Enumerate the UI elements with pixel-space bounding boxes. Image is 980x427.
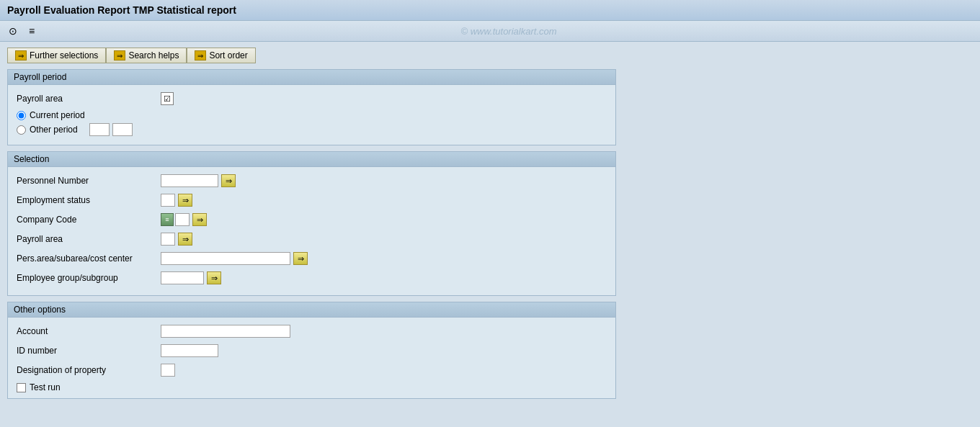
employee-group-input[interactable] bbox=[161, 271, 204, 284]
payroll-area-sel-label: Payroll area bbox=[17, 234, 161, 244]
tab-sort-order[interactable]: ⇒ Sort order bbox=[187, 48, 255, 63]
employee-group-arrow[interactable] bbox=[207, 271, 221, 284]
personnel-number-arrow[interactable] bbox=[221, 174, 236, 187]
other-period-label: Other period bbox=[30, 125, 78, 135]
company-code-input[interactable] bbox=[175, 213, 190, 226]
pers-area-input[interactable] bbox=[161, 252, 290, 265]
payroll-area-label: Payroll area bbox=[17, 94, 161, 104]
employment-status-row: Employment status bbox=[17, 192, 607, 208]
title-bar: Payroll Evaluation Report TMP Statistica… bbox=[0, 0, 980, 21]
tab-bar: ⇒ Further selections ⇒ Search helps ⇒ So… bbox=[7, 48, 973, 63]
company-code-row: Company Code ≡ bbox=[17, 212, 607, 228]
pers-area-row: Pers.area/subarea/cost center bbox=[17, 251, 607, 266]
payroll-area-sel-arrow[interactable] bbox=[178, 233, 192, 246]
payroll-area-row: Payroll area ☑ bbox=[17, 91, 607, 107]
payroll-period-section: Payroll period Payroll area ☑ Current pe… bbox=[7, 69, 616, 145]
company-code-label: Company Code bbox=[17, 215, 161, 225]
payroll-period-title: Payroll period bbox=[8, 70, 615, 85]
account-row: Account bbox=[17, 323, 607, 339]
other-options-section: Other options Account ID number Designat… bbox=[7, 302, 616, 399]
other-options-title: Other options bbox=[8, 302, 615, 318]
account-input[interactable] bbox=[161, 325, 290, 338]
other-period-radio[interactable] bbox=[17, 125, 26, 135]
designation-input[interactable] bbox=[161, 364, 175, 377]
personnel-number-row: Personnel Number bbox=[17, 173, 607, 189]
tab-arrow-icon: ⇒ bbox=[114, 50, 125, 60]
selection-section: Selection Personnel Number Employment st… bbox=[7, 151, 616, 296]
current-period-radio[interactable] bbox=[17, 111, 26, 120]
menu-icon[interactable]: ≡ bbox=[24, 24, 39, 38]
employee-group-label: Employee group/subgroup bbox=[17, 273, 161, 283]
personnel-number-input[interactable] bbox=[161, 174, 218, 187]
designation-row: Designation of property bbox=[17, 362, 607, 378]
tab-search-helps[interactable]: ⇒ Search helps bbox=[106, 48, 187, 63]
company-code-icon[interactable]: ≡ bbox=[161, 213, 174, 226]
id-number-input[interactable] bbox=[161, 344, 218, 357]
period-input-1[interactable] bbox=[89, 123, 110, 136]
back-icon[interactable]: ⊙ bbox=[6, 24, 20, 38]
selection-body: Personnel Number Employment status Compa… bbox=[8, 167, 615, 295]
id-number-label: ID number bbox=[17, 346, 161, 356]
payroll-area-sel-input[interactable] bbox=[161, 233, 175, 246]
employment-status-input[interactable] bbox=[161, 194, 175, 207]
id-number-row: ID number bbox=[17, 343, 607, 359]
account-label: Account bbox=[17, 326, 161, 336]
employment-status-arrow[interactable] bbox=[178, 194, 192, 207]
test-run-label: Test run bbox=[30, 382, 61, 392]
payroll-period-body: Payroll area ☑ Current period Other peri… bbox=[8, 85, 615, 145]
test-run-checkbox[interactable] bbox=[17, 383, 26, 392]
selection-title: Selection bbox=[8, 152, 615, 167]
current-period-row: Current period bbox=[17, 110, 607, 120]
watermark: © www.tutorialkart.com bbox=[43, 26, 974, 37]
pers-area-arrow[interactable] bbox=[293, 252, 308, 265]
company-code-arrow[interactable] bbox=[192, 213, 207, 226]
other-period-row: Other period bbox=[17, 123, 607, 136]
tab-arrow-icon: ⇒ bbox=[15, 50, 27, 60]
period-input-2[interactable] bbox=[112, 123, 133, 136]
toolbar: ⊙ ≡ © www.tutorialkart.com bbox=[0, 21, 980, 42]
page-title: Payroll Evaluation Report TMP Statistica… bbox=[7, 4, 236, 16]
period-inputs bbox=[89, 123, 133, 136]
employment-status-label: Employment status bbox=[17, 195, 161, 205]
employee-group-row: Employee group/subgroup bbox=[17, 270, 607, 286]
payroll-area-sel-row: Payroll area bbox=[17, 231, 607, 247]
payroll-area-checkbox[interactable]: ☑ bbox=[161, 92, 174, 105]
main-content: ⇒ Further selections ⇒ Search helps ⇒ So… bbox=[0, 42, 980, 410]
test-run-row: Test run bbox=[17, 382, 607, 392]
tab-further-selections[interactable]: ⇒ Further selections bbox=[7, 48, 106, 63]
designation-label: Designation of property bbox=[17, 365, 161, 375]
pers-area-label: Pers.area/subarea/cost center bbox=[17, 253, 161, 264]
personnel-number-label: Personnel Number bbox=[17, 176, 161, 186]
tab-arrow-icon: ⇒ bbox=[195, 50, 206, 60]
other-options-body: Account ID number Designation of propert… bbox=[8, 318, 615, 398]
current-period-label: Current period bbox=[30, 110, 85, 120]
